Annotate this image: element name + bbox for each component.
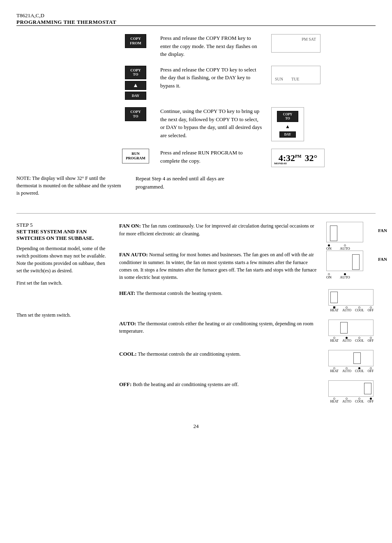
cool-indicator	[353, 352, 361, 364]
main-content: COPY FROM Press and release the COPY FRO…	[16, 34, 376, 430]
step5-left: STEP 5 SET THE SYSTEM AND FAN SWITCHES O…	[16, 222, 107, 411]
fan-auto-dots: ON AUTO	[326, 273, 350, 279]
fan-on-label: FAN	[378, 228, 387, 233]
step5-system-switch-text: Then set the system switch.	[16, 311, 107, 319]
note-repeat-row: NOTE: The display will show 32° F until …	[16, 175, 376, 197]
fan-on-diagram	[326, 222, 363, 242]
fan-on-text: FAN ON: The fan runs continuously. Use f…	[119, 222, 320, 237]
auto-indicator	[340, 322, 348, 334]
heat-sys-labels: HEAT AUTO COOL OFF	[328, 306, 376, 312]
step5-heading: STEP 5 SET THE SYSTEM AND FAN SWITCHES O…	[16, 222, 107, 242]
cool-diagram-wrapper: HEAT AUTO COOL OFF	[328, 350, 376, 373]
display-sun: SUN TUE	[275, 77, 299, 81]
copy-from-section: COPY FROM Press and release the COPY FRO…	[16, 34, 376, 58]
fan-auto-label: FAN	[378, 257, 387, 262]
heat-row: HEAT: The thermostat controls the heatin…	[119, 289, 376, 312]
run-program-btn[interactable]: RUN PROGRAM	[122, 149, 149, 163]
time-pm: PM	[295, 154, 302, 158]
copy-to-section: COPY TO ▲ DAY Press and release the COPY…	[16, 66, 376, 100]
step5-right: FAN ON: The fan runs continuously. Use f…	[119, 222, 376, 411]
copy-from-button-col: COPY FROM	[119, 34, 152, 48]
copy-from-display: PM SAT	[271, 34, 321, 53]
display-up-arrow: ▲	[285, 124, 290, 130]
run-program-instruction: Press and release RUN PROGRAM to complet…	[160, 149, 263, 165]
temp-display: 32°	[305, 153, 318, 163]
auto-sys-labels: HEAT AUTO COOL OFF	[328, 337, 376, 343]
heat-diagram	[328, 289, 374, 306]
page-number: 24	[16, 423, 376, 430]
copy-to2-display: COPY TO ▲ DAY	[271, 107, 304, 141]
copy-from-instruction: Press and release the COPY FROM key to e…	[160, 34, 263, 58]
copy-to-button-col: COPY TO ▲ DAY	[119, 66, 152, 100]
fan-auto-diagram-wrapper: FAN ON AUTO	[326, 251, 376, 271]
cool-text: COOL: The thermostat controls the air co…	[119, 350, 322, 358]
step5-section: STEP 5 SET THE SYSTEM AND FAN SWITCHES O…	[16, 222, 376, 411]
auto-diagram	[328, 320, 374, 336]
fan-auto-diagram	[326, 251, 363, 271]
auto-text: AUTO: The thermostat controls either the…	[119, 320, 322, 335]
copy-to-btn[interactable]: COPY TO	[125, 66, 146, 80]
fan-switch-left-indicator	[330, 225, 337, 241]
off-diagram-wrapper: HEAT AUTO COOL OFF	[328, 380, 376, 403]
copy-to2-instruction: Continue, using the COPY TO key to bring…	[160, 107, 263, 139]
copy-to-instruction: Press and release the COPY TO key to sel…	[160, 66, 263, 90]
up-arrow-btn[interactable]: ▲	[125, 81, 146, 90]
copy-to2-button-col: COPY TO	[119, 107, 152, 121]
display-day-btn: DAY	[279, 131, 296, 138]
off-diagram	[328, 380, 374, 397]
copy-to2-btn[interactable]: COPY TO	[125, 107, 146, 121]
heat-diagram-wrapper: HEAT AUTO COOL OFF	[328, 289, 376, 312]
heat-indicator	[330, 292, 338, 303]
run-program-display: 4:32PM 32° MONDAY	[271, 149, 325, 167]
off-indicator	[364, 383, 371, 394]
fan-switch-right-indicator	[352, 254, 360, 270]
cool-row: COOL: The thermostat controls the air co…	[119, 350, 376, 373]
fan-on-dots: ON AUTO	[326, 244, 350, 251]
page-header: T8621A,C,D PROGRAMMING THE THERMOSTAT	[16, 12, 376, 26]
page-title: PROGRAMMING THE THERMOSTAT	[16, 19, 376, 25]
step5-body: Depending on thermostat model, some of t…	[16, 245, 107, 274]
fan-on-row: FAN ON: The fan runs continuously. Use f…	[119, 222, 376, 242]
off-text: OFF: Both the heating and air conditioni…	[119, 380, 322, 389]
display-copy-to-btn: COPY TO	[277, 111, 298, 122]
note-section: NOTE: The display will show 32° F until …	[16, 175, 123, 197]
fan-auto-text: FAN AUTO: Normal setting for most homes …	[119, 251, 320, 281]
cool-diagram	[328, 350, 374, 366]
copy-to-display: SUN TUE	[271, 66, 321, 84]
repeat-section: Repeat Step 4 as needed until all days a…	[136, 175, 238, 197]
model-text: T8621A,C,D	[16, 12, 376, 19]
fan-auto-row: FAN AUTO: Normal setting for most homes …	[119, 251, 376, 281]
off-row: OFF: Both the heating and air conditioni…	[119, 380, 376, 403]
fan-on-diagram-wrapper: FAN ON AUTO	[326, 222, 376, 242]
section-divider	[16, 213, 376, 214]
run-program-button-col: RUN PROGRAM	[119, 149, 152, 163]
run-program-section: RUN PROGRAM Press and release RUN PROGRA…	[16, 149, 376, 167]
auto-diagram-wrapper: HEAT AUTO COOL OFF	[328, 320, 376, 343]
copy-to-section2: COPY TO Continue, using the COPY TO key …	[16, 107, 376, 141]
copy-from-btn[interactable]: COPY FROM	[125, 34, 146, 48]
auto-row: AUTO: The thermostat controls either the…	[119, 320, 376, 343]
display-pm-sat: PM SAT	[302, 37, 316, 41]
step5-fan-switch-text: First set the fan switch.	[16, 279, 107, 287]
day-small: MONDAY	[274, 162, 287, 165]
cool-sys-labels: HEAT AUTO COOL OFF	[328, 367, 376, 373]
off-sys-labels: HEAT AUTO COOL OFF	[328, 398, 376, 403]
heat-text: HEAT: The thermostat controls the heatin…	[119, 289, 322, 297]
day-btn[interactable]: DAY	[125, 92, 146, 100]
